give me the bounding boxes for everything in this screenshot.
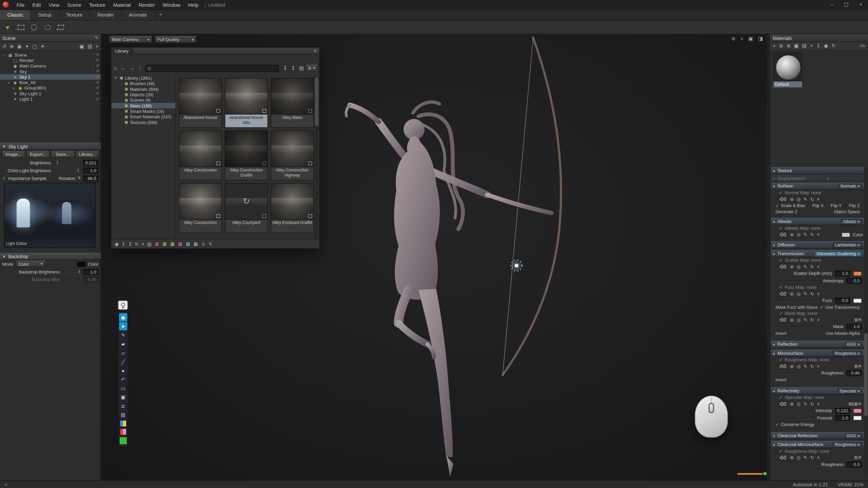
library-thumbnail[interactable]: Alley Construction Highway bbox=[271, 130, 314, 180]
section-model-dropdown[interactable]: Lambertian▾ bbox=[833, 242, 862, 247]
annotation-launcher-button[interactable] bbox=[118, 301, 128, 310]
skylight-button-image[interactable]: Image... bbox=[2, 151, 25, 158]
thumbnail-checkbox[interactable] bbox=[262, 162, 266, 165]
menu-material[interactable]: Material bbox=[109, 0, 135, 10]
option-objectspace[interactable]: Object Space bbox=[834, 209, 860, 214]
expander-icon[interactable]: ▾ bbox=[114, 76, 118, 80]
map-checkbox[interactable]: ✓ bbox=[779, 358, 783, 363]
minimize-button[interactable]: – bbox=[825, 0, 839, 10]
sync-icon[interactable]: ↺ bbox=[96, 80, 99, 85]
highlighter-icon[interactable]: ▰ bbox=[119, 340, 127, 348]
section-model-dropdown[interactable]: Roughness▾ bbox=[833, 442, 862, 447]
camera-select-dropdown[interactable]: Main Camera▾ bbox=[109, 36, 152, 43]
material-section-reflectivity[interactable]: ▸Reflectivity:Specular▾ bbox=[771, 387, 864, 394]
split-view-icon[interactable]: ◨ bbox=[758, 36, 763, 41]
map-thumbnail[interactable] bbox=[779, 401, 787, 407]
library-thumbnail[interactable]: Abandoned House bbox=[179, 78, 222, 128]
library-folder-item[interactable]: ▣Smart Masks (18) bbox=[111, 108, 175, 114]
color-filter-swatch[interactable] bbox=[185, 242, 191, 247]
inspect-icon[interactable]: ◎ bbox=[797, 291, 801, 297]
viewport-green-indicator[interactable] bbox=[763, 472, 767, 475]
slider-value[interactable]: 0.0 bbox=[835, 298, 850, 304]
back-icon[interactable]: ← bbox=[121, 65, 126, 71]
scene-tree-item[interactable]: ☀Sky 1◦↺ bbox=[0, 74, 101, 80]
sync-icon[interactable]: ↺ bbox=[96, 97, 99, 101]
sync-icon[interactable]: ↺ bbox=[96, 91, 99, 96]
scene-tree-item[interactable]: ▢Render◦↺ bbox=[0, 58, 101, 63]
color-filter-swatch[interactable] bbox=[154, 242, 159, 247]
forward-icon[interactable]: → bbox=[130, 65, 135, 71]
slider-color-swatch[interactable] bbox=[853, 408, 862, 413]
option-invert[interactable]: Invert bbox=[775, 377, 786, 382]
export-icon[interactable]: ↥ bbox=[291, 65, 295, 71]
clear-icon[interactable]: × bbox=[817, 364, 820, 369]
color-filter-swatch[interactable] bbox=[193, 242, 198, 247]
backdrop-color-swatch[interactable] bbox=[77, 261, 86, 266]
import-icon[interactable]: ↧ bbox=[283, 65, 287, 71]
tab-texture[interactable]: Texture bbox=[59, 10, 90, 20]
inspect-icon[interactable]: ◎ bbox=[797, 197, 801, 202]
viewport-orange-indicator[interactable] bbox=[737, 473, 763, 475]
delete-material-icon[interactable]: × bbox=[810, 43, 813, 48]
section-model-dropdown[interactable]: GGX▾ bbox=[845, 342, 862, 347]
slider-color-swatch[interactable] bbox=[853, 271, 862, 276]
thumbnail-checkbox[interactable] bbox=[262, 109, 266, 113]
channel-dropdown[interactable]: R▾ bbox=[852, 455, 863, 460]
scene-tree-item[interactable]: +◆Bow_All◦↺ bbox=[0, 80, 101, 85]
lock-icon[interactable]: ◦ bbox=[92, 75, 94, 79]
slider-handle[interactable] bbox=[78, 269, 80, 274]
group-icon[interactable]: ▤ bbox=[87, 43, 92, 49]
library-title-bar[interactable]: Library × bbox=[111, 47, 319, 55]
map-thumbnail[interactable] bbox=[779, 197, 787, 202]
lock-icon[interactable]: ◦ bbox=[92, 91, 94, 96]
slider-track[interactable] bbox=[773, 410, 813, 411]
lock-icon[interactable]: ◦ bbox=[92, 97, 94, 101]
option-usealbedoalpha[interactable]: Use Albedo Alpha bbox=[826, 331, 860, 336]
section-model-dropdown[interactable]: Roughness▾ bbox=[833, 350, 862, 356]
option-flipz[interactable]: Flip Z bbox=[849, 203, 860, 208]
thumbnail-checkbox[interactable] bbox=[308, 109, 312, 113]
brightness-value[interactable]: 0.151 bbox=[83, 160, 99, 166]
library-folder-item[interactable]: ▣Textures (558) bbox=[111, 120, 175, 125]
scene-tree-item[interactable]: ◉Main Camera◦↺ bbox=[0, 63, 101, 68]
map-thumbnail[interactable] bbox=[779, 291, 787, 297]
slider-track[interactable] bbox=[773, 280, 820, 281]
option-generatez[interactable]: Generate Z bbox=[775, 209, 797, 214]
download-icon[interactable]: ↧ bbox=[121, 241, 125, 247]
pen-color-swatch[interactable] bbox=[119, 436, 127, 445]
home-icon[interactable]: ⌂ bbox=[114, 65, 117, 71]
slider-handle[interactable] bbox=[77, 168, 79, 172]
quality-select-dropdown[interactable]: Full Quality▾ bbox=[155, 36, 197, 43]
assign-material-icon[interactable]: ◉ bbox=[824, 43, 828, 48]
material-section-albedo[interactable]: ▸Albedo:Albedo▾ bbox=[771, 218, 864, 225]
section-model-dropdown[interactable]: Normals▾ bbox=[838, 183, 862, 189]
tab-animate[interactable]: Animate bbox=[122, 10, 155, 20]
color-filter-swatch[interactable] bbox=[201, 242, 206, 247]
library-thumbnail[interactable]: Alley Enclosed Graffiti bbox=[271, 183, 314, 233]
library-tab[interactable]: Library bbox=[111, 47, 133, 55]
edit-scene-icon[interactable]: ✎ bbox=[95, 35, 99, 40]
lock-icon[interactable]: ◦ bbox=[92, 86, 94, 90]
undo-icon[interactable]: ↺ bbox=[2, 43, 6, 49]
add-camera-icon[interactable]: ◉ bbox=[17, 43, 22, 49]
list-view-icon[interactable]: ≡ bbox=[142, 241, 144, 247]
library-folder-item[interactable]: ▣Skies (199) bbox=[111, 103, 175, 108]
inspect-icon[interactable]: ◎ bbox=[797, 401, 801, 407]
undo-icon[interactable]: ↶ bbox=[119, 375, 127, 383]
paint-icon[interactable]: ✎ bbox=[804, 455, 808, 460]
menu-view[interactable]: View bbox=[45, 0, 63, 10]
polygon-lasso-tool[interactable] bbox=[57, 23, 65, 31]
import-material-icon[interactable]: ↧ bbox=[816, 43, 821, 48]
section-model-dropdown[interactable]: Specular▾ bbox=[837, 388, 862, 393]
slider-track[interactable] bbox=[773, 300, 820, 301]
slider-value[interactable]: 0.46 bbox=[846, 370, 862, 376]
color-filter-swatch[interactable] bbox=[170, 242, 175, 247]
refresh-icon[interactable]: ↻ bbox=[135, 241, 139, 247]
material-section-displacement[interactable]: ▸Displacement:▾ bbox=[771, 175, 864, 182]
library-folder-item[interactable]: ▣Smart Materials (310) bbox=[111, 114, 175, 119]
library-search-box[interactable]: ◎ bbox=[145, 64, 279, 72]
inspect-icon[interactable]: ◎ bbox=[797, 232, 801, 237]
reload-icon[interactable]: ↻ bbox=[810, 264, 814, 269]
clear-icon[interactable]: × bbox=[817, 291, 820, 297]
settings-icon[interactable]: ⊛ bbox=[790, 317, 794, 323]
